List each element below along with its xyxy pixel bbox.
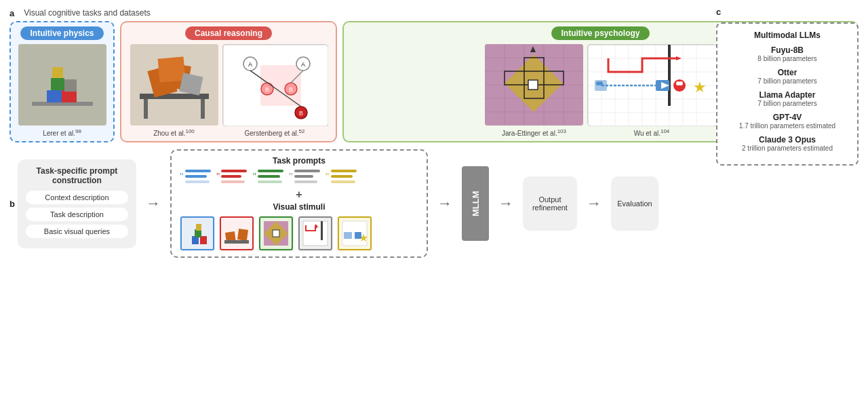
svg-rect-9 bbox=[201, 98, 205, 119]
task-prompts-title: Task prompts bbox=[180, 156, 418, 166]
svg-rect-45 bbox=[528, 80, 538, 90]
llm-otter: Otter 7 billion parameters bbox=[727, 68, 848, 85]
prompt-yellow: " bbox=[326, 170, 357, 185]
svg-text:B: B bbox=[264, 86, 269, 93]
prompt-item-queries: Basic visual queries bbox=[26, 225, 128, 238]
prompt-item-context: Context description bbox=[26, 191, 128, 204]
mllm-box: MLLM bbox=[462, 166, 489, 241]
prompt-construction-box: Task-specific prompt construction Contex… bbox=[18, 159, 136, 248]
prompt-construction-title: Task-specific prompt construction bbox=[26, 166, 128, 185]
svg-rect-3 bbox=[62, 90, 77, 102]
arrow-2: → bbox=[437, 195, 452, 212]
svg-text:★: ★ bbox=[693, 79, 707, 96]
causal-header: Causal reasoning bbox=[185, 26, 272, 40]
svg-rect-61 bbox=[668, 45, 671, 106]
psych-caption-2: Wu et al.104 bbox=[634, 128, 670, 137]
causal-image-2: A A B B bbox=[222, 44, 328, 126]
svg-rect-6 bbox=[64, 79, 77, 92]
svg-rect-4 bbox=[51, 78, 64, 90]
physics-header: Intuitive physics bbox=[20, 26, 103, 40]
svg-point-68 bbox=[596, 81, 600, 85]
svg-text:A: A bbox=[248, 61, 252, 68]
svg-rect-81 bbox=[237, 229, 248, 241]
arrow-3: → bbox=[498, 195, 513, 212]
stim-physics bbox=[180, 216, 215, 251]
output-refinement-box: Output refinement bbox=[523, 176, 577, 231]
causal-caption-2: Gerstenberg et al.52 bbox=[245, 128, 305, 137]
panel-c: c Multimodal LLMs Fuyu-8B 8 billion para… bbox=[716, 7, 859, 166]
psych-image-1 bbox=[485, 44, 583, 126]
arrow-1: → bbox=[146, 195, 161, 212]
stim-yellow: ★ bbox=[337, 216, 372, 251]
causal-caption-1: Zhou et al.100 bbox=[153, 128, 195, 137]
task-prompts-box: Task prompts " bbox=[170, 149, 428, 258]
llm-fuyu: Fuyu-8B 8 billion parameters bbox=[727, 45, 848, 62]
arrow-4: → bbox=[587, 195, 601, 212]
prompt-red: " bbox=[216, 170, 248, 185]
section-b-label: b bbox=[9, 199, 15, 209]
evaluation-box: Evaluation bbox=[611, 176, 658, 231]
causal-category-box: Causal reasoning bbox=[120, 21, 337, 142]
svg-text:B: B bbox=[298, 110, 302, 117]
stim-gray bbox=[298, 216, 333, 251]
section-c-label: c bbox=[716, 7, 721, 17]
svg-rect-2 bbox=[47, 90, 62, 102]
svg-rect-78 bbox=[219, 216, 254, 251]
svg-point-63 bbox=[673, 79, 686, 92]
plus-sign: + bbox=[180, 189, 418, 201]
svg-rect-98 bbox=[355, 232, 361, 239]
prompt-lines-section: " " bbox=[180, 170, 418, 185]
llm-llama: Llama Adapter 7 billion parameters bbox=[727, 90, 848, 107]
svg-text:B: B bbox=[288, 86, 292, 93]
physics-image bbox=[18, 44, 106, 126]
prompt-blue: " bbox=[180, 170, 211, 185]
physics-caption: Lerer et al.98 bbox=[43, 128, 81, 137]
psych-caption-1: Jara-Ettinger et al.103 bbox=[502, 128, 566, 137]
llm-gpt4v: GPT-4V 1.7 trillion parameters estimated bbox=[727, 113, 848, 130]
stim-psych-1 bbox=[258, 216, 294, 251]
svg-rect-5 bbox=[52, 67, 63, 78]
psych-header: Intuitive psychology bbox=[551, 26, 649, 40]
causal-image-1 bbox=[130, 44, 218, 126]
svg-rect-13 bbox=[157, 56, 185, 82]
panel-b: Task-specific prompt construction Contex… bbox=[18, 149, 859, 258]
tasks-header: Visual cognitive tasks and datasets bbox=[24, 8, 151, 18]
svg-rect-91 bbox=[321, 221, 323, 240]
svg-rect-97 bbox=[344, 232, 352, 239]
svg-rect-82 bbox=[224, 240, 249, 244]
svg-text:A: A bbox=[300, 61, 304, 68]
llm-box: Multimodal LLMs Fuyu-8B 8 billion parame… bbox=[716, 22, 859, 166]
prompt-green: " bbox=[252, 170, 283, 185]
multimodal-llms-title: Multimodal LLMs bbox=[727, 31, 848, 40]
section-a-label: a bbox=[9, 8, 14, 18]
stim-causal bbox=[219, 216, 254, 251]
physics-category-box: Intuitive physics bbox=[9, 21, 115, 142]
svg-rect-87 bbox=[273, 230, 279, 237]
prompt-gray: " bbox=[289, 170, 320, 185]
svg-rect-8 bbox=[144, 98, 148, 119]
svg-point-65 bbox=[679, 81, 683, 85]
stimuli-row: ★ bbox=[180, 216, 418, 251]
llm-claude: Claude 3 Opus 2 trillion parameters esti… bbox=[727, 135, 848, 152]
psych-image-2: ★ bbox=[587, 44, 716, 126]
visual-stimuli-title: Visual stimuli bbox=[180, 202, 418, 212]
svg-rect-77 bbox=[196, 224, 201, 231]
prompt-item-task: Task description bbox=[26, 208, 128, 221]
